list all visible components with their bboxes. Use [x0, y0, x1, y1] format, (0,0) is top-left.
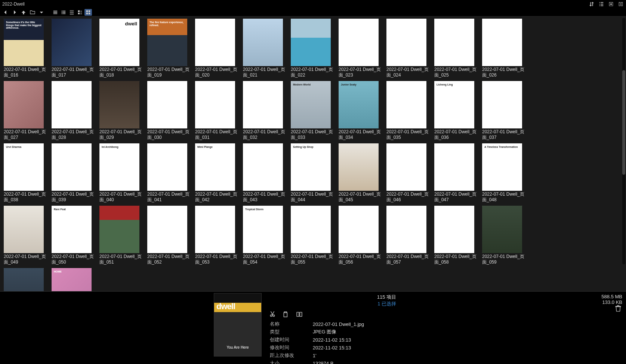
thumbnail-item[interactable]: Sometimes it's the little things that ma…: [4, 19, 52, 80]
thumbnail-item[interactable]: dwell2022-07-01 Dwell_页面_018: [99, 19, 147, 80]
thumbnail-label: 2022-07-01 Dwell_页面_039: [52, 192, 98, 203]
thumbnail-image: Sometimes it's the little things that ma…: [4, 19, 44, 66]
up-button[interactable]: [20, 9, 27, 16]
thumbnail-item[interactable]: A Timeless Transformation2022-07-01 Dwel…: [482, 143, 530, 204]
selected-preview[interactable]: dwell You Are Here: [214, 293, 262, 357]
thumbnail-image: [52, 19, 92, 66]
folder-dropdown[interactable]: [29, 9, 36, 16]
thumbnail-item[interactable]: 2022-07-01 Dwell_页面_049: [4, 206, 52, 267]
view-mode-group: [52, 9, 92, 16]
thumbnail-label: 2022-07-01 Dwell_页面_054: [243, 254, 289, 265]
view-list[interactable]: [52, 9, 59, 16]
thumbnail-item[interactable]: Licheng Ling2022-07-01 Dwell_页面_036: [434, 81, 482, 142]
thumbnail-item[interactable]: 2022-07-01 Dwell_页面_046: [386, 143, 434, 204]
meta-since: 1': [313, 352, 395, 359]
thumbnail-label: 2022-07-01 Dwell_页面_049: [4, 254, 50, 265]
thumbnail-item[interactable]: 2022-07-01 Dwell_页面_037: [482, 81, 530, 142]
thumbnail-item[interactable]: 2022-07-01 Dwell_页面_031: [195, 81, 243, 142]
trash-icon[interactable]: [615, 305, 622, 312]
thumbnail-item[interactable]: HOME2022-07-01 Dwell_页面_061: [52, 268, 99, 291]
chevron-down-icon[interactable]: [38, 9, 45, 16]
thumbnail-item[interactable]: 2022-07-01 Dwell_页面_051: [99, 206, 147, 267]
thumbnail-label: 2022-07-01 Dwell_页面_058: [434, 254, 481, 265]
thumbnail-item[interactable]: 2022-07-01 Dwell_页面_017: [52, 19, 99, 80]
thumbnail-image: [386, 81, 426, 128]
thumbnail-item[interactable]: 2022-07-01 Dwell_页面_059: [482, 206, 530, 267]
thumbnail-item[interactable]: Rare Feat2022-07-01 Dwell_页面_050: [52, 206, 99, 267]
thumbnail-image: [291, 19, 331, 66]
thumbnail-item[interactable]: 2022-07-01 Dwell_页面_027: [4, 81, 52, 142]
thumbnail-image: [243, 81, 283, 128]
detail-panel: dwell You Are Here 115 项目 1 已选择 名称2022-0…: [0, 291, 626, 364]
preview-pane: dwell You Are Here: [0, 292, 269, 364]
thumbnail-label: 2022-07-01 Dwell_页面_059: [482, 254, 528, 265]
thumbnail-item[interactable]: 2022-07-01 Dwell_页面_056: [339, 206, 386, 267]
thumbnail-image: [147, 81, 187, 128]
thumbnail-label: 2022-07-01 Dwell_页面_026: [482, 67, 528, 78]
view-details[interactable]: [60, 9, 67, 16]
view-compact[interactable]: [68, 9, 75, 16]
thumbnail-item[interactable]: Mimi Plange2022-07-01 Dwell_页面_042: [195, 143, 243, 204]
thumbnail-image: [99, 81, 139, 128]
thumbnail-image: [339, 143, 379, 191]
thumbnail-item[interactable]: Ini Archibong2022-07-01 Dwell_页面_040: [99, 143, 147, 204]
thumbnail-item[interactable]: 2022-07-01 Dwell_页面_047: [434, 143, 482, 204]
thumbnail-item[interactable]: 2022-07-01 Dwell_页面_026: [482, 19, 530, 80]
thumbnail-item[interactable]: 2022-07-01 Dwell_页面_041: [147, 143, 195, 204]
thumbnail-item[interactable]: Setting Up Shop2022-07-01 Dwell_页面_044: [291, 143, 339, 204]
thumbnail-item[interactable]: The fire feature experience, refined.202…: [147, 19, 195, 80]
thumbnail-image: [195, 81, 235, 128]
thumbnail-item[interactable]: 2022-07-01 Dwell_页面_022: [291, 19, 339, 80]
thumbnail-image: [243, 143, 283, 191]
thumbnail-label: 2022-07-01 Dwell_页面_056: [339, 254, 385, 265]
view-tiles[interactable]: [76, 9, 84, 16]
thumbnail-label: 2022-07-01 Dwell_页面_032: [243, 129, 289, 140]
scrollbar-thumb[interactable]: [622, 70, 625, 175]
metadata-table: 名称2022-07-01 Dwell_1.jpg 类型JPEG 图像 创建时间2…: [269, 320, 396, 364]
cut-icon[interactable]: [269, 311, 276, 318]
thumbnail-label: 2022-07-01 Dwell_页面_038: [4, 192, 50, 203]
thumbnail-item[interactable]: 2022-07-01 Dwell_页面_052: [147, 206, 195, 267]
thumbnail-item[interactable]: 2022-07-01 Dwell_页面_023: [339, 19, 386, 80]
thumbnail-item[interactable]: 2022-07-01 Dwell_页面_024: [386, 19, 434, 80]
toolbar: [0, 8, 626, 16]
thumbnail-item[interactable]: 2022-07-01 Dwell_页面_045: [339, 143, 386, 204]
add-panel-icon[interactable]: [608, 1, 614, 7]
thumbnail-item[interactable]: 2022-07-01 Dwell_页面_043: [243, 143, 291, 204]
titlebar: 2022-Dwell: [0, 0, 626, 8]
thumbnail-image: [434, 206, 474, 253]
thumbnail-item[interactable]: 2022-07-01 Dwell_页面_060: [4, 268, 52, 291]
layout-icon[interactable]: [618, 1, 624, 7]
thumbnail-item[interactable]: 2022-07-01 Dwell_页面_058: [434, 206, 482, 267]
thumbnail-item[interactable]: Junior Sealy2022-07-01 Dwell_页面_034: [339, 81, 386, 142]
thumbnail-item[interactable]: Urvi Sharma2022-07-01 Dwell_页面_038: [4, 143, 52, 204]
forward-button[interactable]: [11, 9, 18, 16]
thumbnail-item[interactable]: 2022-07-01 Dwell_页面_029: [99, 81, 147, 142]
view-grid[interactable]: [84, 9, 92, 16]
copy-icon[interactable]: [283, 311, 289, 318]
back-button[interactable]: [2, 9, 9, 16]
thumbnail-item[interactable]: Tropical Storm2022-07-01 Dwell_页面_054: [243, 206, 291, 267]
thumbnail-item[interactable]: 2022-07-01 Dwell_页面_025: [434, 19, 482, 80]
summary-sizes: 588.5 MB 133.0 KB: [396, 292, 626, 364]
thumbnail-item[interactable]: 2022-07-01 Dwell_页面_039: [52, 143, 99, 204]
sort-icon[interactable]: [589, 1, 595, 7]
scrollbar-track[interactable]: [622, 18, 625, 264]
thumbnail-item[interactable]: 2022-07-01 Dwell_页面_020: [195, 19, 243, 80]
thumbnail-item[interactable]: 2022-07-01 Dwell_页面_035: [386, 81, 434, 142]
thumbnail-item[interactable]: 2022-07-01 Dwell_页面_028: [52, 81, 99, 142]
thumbnail-label: 2022-07-01 Dwell_页面_025: [434, 67, 481, 78]
thumbnail-item[interactable]: 2022-07-01 Dwell_页面_021: [243, 19, 291, 80]
thumbnail-image: Rare Feat: [52, 206, 92, 253]
thumbnail-item[interactable]: 2022-07-01 Dwell_页面_057: [386, 206, 434, 267]
thumbnail-item[interactable]: 2022-07-01 Dwell_页面_030: [147, 81, 195, 142]
thumbnail-item[interactable]: 2022-07-01 Dwell_页面_032: [243, 81, 291, 142]
thumbnail-item[interactable]: 2022-07-01 Dwell_页面_055: [291, 206, 339, 267]
list-settings-icon[interactable]: [598, 1, 604, 7]
thumbnail-item[interactable]: 2022-07-01 Dwell_页面_053: [195, 206, 243, 267]
open-icon[interactable]: [296, 311, 303, 318]
thumbnail-label: 2022-07-01 Dwell_页面_040: [99, 192, 146, 203]
thumbnail-label: 2022-07-01 Dwell_页面_048: [482, 192, 528, 203]
total-size: 588.5 MB: [601, 294, 622, 299]
thumbnail-item[interactable]: Modern World2022-07-01 Dwell_页面_033: [291, 81, 339, 142]
